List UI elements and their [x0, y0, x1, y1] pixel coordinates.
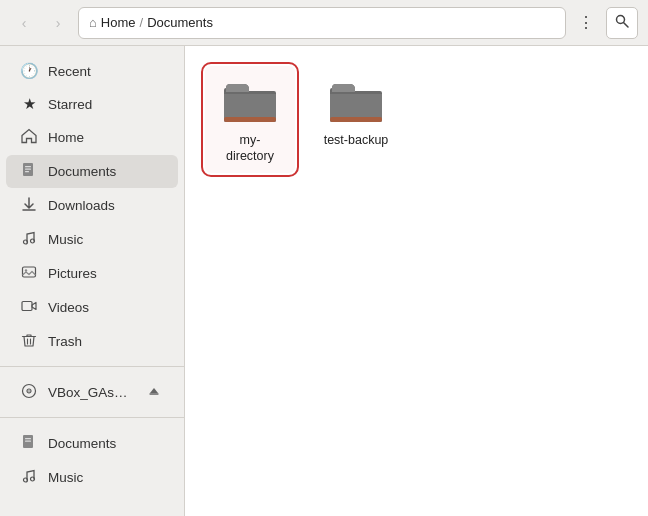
- svg-rect-5: [25, 171, 29, 172]
- forward-icon: ›: [56, 15, 61, 31]
- svg-rect-22: [224, 117, 276, 122]
- sidebar-label-downloads: Downloads: [48, 198, 115, 213]
- eject-button[interactable]: [144, 384, 164, 402]
- svg-rect-23: [330, 117, 382, 122]
- bookmark-documents-icon: [20, 434, 38, 453]
- bookmarks-section: Documents Music: [0, 417, 184, 494]
- sidebar-device-vbox[interactable]: VBox_GAs_7....: [6, 376, 178, 409]
- sidebar-label-home: Home: [48, 130, 84, 145]
- sidebar: 🕐 Recent ★ Starred Home: [0, 46, 185, 516]
- trash-icon: [20, 332, 38, 351]
- svg-rect-11: [22, 302, 32, 311]
- sidebar-bookmark-label-documents: Documents: [48, 436, 116, 451]
- downloads-icon: [20, 196, 38, 215]
- back-icon: ‹: [22, 15, 27, 31]
- breadcrumb-separator: /: [140, 15, 144, 30]
- home-sidebar-icon: [20, 128, 38, 147]
- sidebar-label-music: Music: [48, 232, 83, 247]
- svg-rect-19: [25, 441, 31, 442]
- toolbar: ‹ › ⌂ Home / Documents ⋮: [0, 0, 648, 46]
- devices-section: VBox_GAs_7....: [0, 366, 184, 409]
- svg-point-10: [25, 269, 27, 271]
- sidebar-item-downloads[interactable]: Downloads: [6, 189, 178, 222]
- file-area: my-directory test-backup: [185, 46, 648, 516]
- music-icon: [20, 230, 38, 249]
- sidebar-label-pictures: Pictures: [48, 266, 97, 281]
- sidebar-item-recent[interactable]: 🕐 Recent: [6, 55, 178, 87]
- pictures-icon: [20, 264, 38, 283]
- sidebar-item-music[interactable]: Music: [6, 223, 178, 256]
- recent-icon: 🕐: [20, 62, 38, 80]
- videos-icon: [20, 298, 38, 317]
- menu-button[interactable]: ⋮: [572, 9, 600, 37]
- folder-label-my-directory: my-directory: [226, 132, 274, 165]
- sidebar-bookmark-label-music: Music: [48, 470, 83, 485]
- svg-rect-18: [25, 438, 31, 439]
- breadcrumb-current: Documents: [147, 15, 213, 30]
- starred-icon: ★: [20, 95, 38, 113]
- sidebar-item-pictures[interactable]: Pictures: [6, 257, 178, 290]
- svg-line-1: [624, 23, 629, 28]
- home-icon: ⌂: [89, 15, 97, 30]
- sidebar-label-recent: Recent: [48, 64, 91, 79]
- folder-icon-my-directory: [222, 74, 278, 126]
- sidebar-bookmark-music[interactable]: Music: [6, 461, 178, 494]
- folder-icon-test-backup: [328, 74, 384, 126]
- sidebar-label-documents: Documents: [48, 164, 116, 179]
- sidebar-label-vbox: VBox_GAs_7....: [48, 385, 134, 400]
- menu-icon: ⋮: [578, 13, 594, 32]
- main-layout: 🕐 Recent ★ Starred Home: [0, 46, 648, 516]
- sidebar-bookmark-documents[interactable]: Documents: [6, 427, 178, 460]
- sidebar-item-trash[interactable]: Trash: [6, 325, 178, 358]
- svg-rect-4: [25, 169, 31, 170]
- folder-item-test-backup[interactable]: test-backup: [311, 66, 401, 173]
- svg-rect-9: [23, 267, 36, 277]
- sidebar-label-starred: Starred: [48, 97, 92, 112]
- search-icon: [615, 14, 629, 31]
- back-button[interactable]: ‹: [10, 9, 38, 37]
- forward-button[interactable]: ›: [44, 9, 72, 37]
- svg-point-21: [31, 477, 35, 481]
- bookmark-music-icon: [20, 468, 38, 487]
- sidebar-item-starred[interactable]: ★ Starred: [6, 88, 178, 120]
- sidebar-label-videos: Videos: [48, 300, 89, 315]
- documents-icon: [20, 162, 38, 181]
- sidebar-item-home[interactable]: Home: [6, 121, 178, 154]
- search-button[interactable]: [606, 7, 638, 39]
- svg-rect-3: [25, 166, 31, 167]
- folder-item-my-directory[interactable]: my-directory: [205, 66, 295, 173]
- svg-point-8: [31, 239, 35, 243]
- sidebar-item-videos[interactable]: Videos: [6, 291, 178, 324]
- folder-label-test-backup: test-backup: [324, 132, 389, 148]
- breadcrumb[interactable]: ⌂ Home / Documents: [78, 7, 566, 39]
- sidebar-item-documents[interactable]: Documents: [6, 155, 178, 188]
- sidebar-label-trash: Trash: [48, 334, 82, 349]
- svg-point-16: [28, 390, 29, 391]
- breadcrumb-home[interactable]: Home: [101, 15, 136, 30]
- disk-icon: [20, 383, 38, 402]
